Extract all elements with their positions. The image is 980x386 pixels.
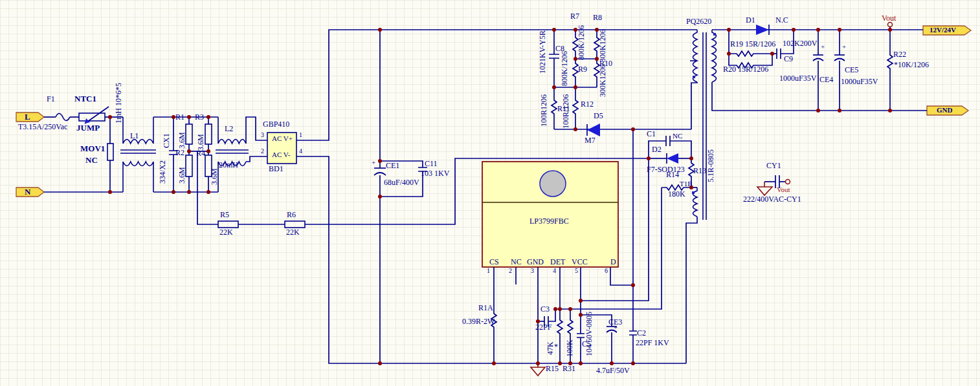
f1-ref: F1 bbox=[47, 95, 55, 103]
cx1-value: 334/X2 bbox=[159, 160, 167, 184]
cap-c5[interactable] bbox=[577, 334, 585, 338]
port-neutral-label: N bbox=[25, 188, 30, 197]
bd1-pin2: 2 bbox=[261, 148, 264, 155]
r8-value: 300K1206 bbox=[599, 29, 607, 62]
d1-ref: D1 bbox=[746, 16, 755, 25]
vout-terminal-top[interactable] bbox=[888, 23, 893, 27]
ground-symbol-cy1 bbox=[757, 182, 772, 195]
cap-ce4[interactable] bbox=[813, 55, 823, 61]
resistor-r12[interactable] bbox=[573, 87, 578, 129]
fuse-f1[interactable] bbox=[56, 114, 70, 121]
ce1-ref: CE1 bbox=[386, 162, 399, 170]
r31-ref: R31 bbox=[562, 365, 575, 373]
ce5-plus: + bbox=[842, 43, 846, 51]
port-output-label: 12V/24V bbox=[930, 27, 956, 34]
bd1-pin4: 4 bbox=[299, 148, 302, 155]
cy1-value: 222/400VAC-CY1 bbox=[743, 195, 801, 204]
bd1-ref: BD1 bbox=[269, 165, 284, 173]
cap-c9[interactable] bbox=[777, 48, 781, 59]
r10-value: 300K1206 bbox=[599, 64, 607, 97]
ic-pin-det: DET bbox=[550, 258, 565, 266]
r4-value: 3.6M bbox=[210, 168, 219, 185]
vout-top-label: Vout bbox=[882, 14, 896, 23]
choke-l2[interactable] bbox=[216, 117, 267, 192]
cap-c1[interactable] bbox=[666, 136, 670, 146]
bd1-ac-minus: AC V- bbox=[272, 151, 290, 159]
ce3-value: 4.7uF/50V bbox=[596, 367, 630, 375]
ce4-plus: + bbox=[821, 43, 825, 51]
resistor-r9[interactable] bbox=[573, 59, 578, 87]
resistor-r22[interactable] bbox=[887, 30, 893, 111]
ce5-ref: CE5 bbox=[845, 66, 858, 74]
port-gnd-label: GND bbox=[937, 107, 952, 114]
varistor-mov1[interactable] bbox=[107, 117, 113, 192]
diode-d1[interactable] bbox=[756, 25, 769, 35]
resistor-r3[interactable] bbox=[205, 117, 212, 151]
l1-ref: L1 bbox=[130, 132, 139, 140]
resistor-r2[interactable] bbox=[186, 151, 192, 192]
ic-pin-2-num: 2 bbox=[509, 268, 512, 275]
r12-value: 100R/1206 bbox=[562, 94, 570, 129]
ic-lp3799fbc[interactable] bbox=[482, 162, 618, 267]
ic-pin-3-num: 3 bbox=[531, 268, 534, 275]
ic-pin-6-num: 6 bbox=[605, 268, 608, 275]
resistor-r11[interactable] bbox=[551, 87, 557, 129]
r31-value: 100K bbox=[566, 339, 574, 357]
r8-ref: R8 bbox=[593, 14, 602, 22]
c9-ref: C9 bbox=[784, 55, 793, 63]
ce1-value: 68uF/400V bbox=[384, 178, 419, 187]
d5-ref: D5 bbox=[594, 112, 603, 120]
l1-value: 1mH 10*6*5 bbox=[115, 83, 123, 123]
cx1-ref: CX1 bbox=[162, 133, 171, 148]
resistor-r1[interactable] bbox=[186, 117, 192, 151]
bd1-pin3: 3 bbox=[261, 132, 264, 139]
r22-value: *10K/1206 bbox=[894, 61, 929, 69]
bd1-pin1: 1 bbox=[299, 132, 302, 139]
choke-l1[interactable] bbox=[120, 117, 156, 192]
c1-value: NC bbox=[673, 133, 682, 140]
resistor-r5[interactable] bbox=[218, 221, 238, 228]
ic-pin-5-num: 5 bbox=[575, 268, 578, 275]
c11-ref: C11 bbox=[425, 160, 438, 168]
schematic-canvas: L N 12V/24V GND F1 T3.15A/250Vac NTC1 JU… bbox=[0, 0, 980, 386]
ic-pin-cs: CS bbox=[489, 258, 499, 266]
resistor-r1a[interactable] bbox=[491, 267, 496, 363]
c11-value: 103 1KV bbox=[421, 169, 449, 178]
c5-value: 104/50V-0805 bbox=[585, 312, 594, 356]
r5-value: 22K bbox=[219, 228, 233, 237]
diode-d2[interactable] bbox=[667, 153, 678, 164]
r2-value: 3.6M bbox=[178, 167, 186, 184]
r5-ref: R5 bbox=[220, 211, 229, 219]
thermistor-ntc1[interactable] bbox=[79, 107, 109, 123]
r14-ref: R14 bbox=[666, 171, 679, 179]
r9-value: 800K/1206 bbox=[561, 51, 569, 86]
r9-ref: R9 bbox=[578, 65, 587, 74]
l2-value: 20mH bbox=[219, 161, 238, 169]
r22-ref: R22 bbox=[893, 50, 906, 59]
cap-c2[interactable] bbox=[629, 331, 637, 335]
bd1-ac-plus: AC V+ bbox=[272, 135, 293, 143]
cap-ce1[interactable] bbox=[374, 168, 386, 175]
d1-value: N.C bbox=[775, 16, 788, 25]
ic-pin-1-num: 1 bbox=[487, 268, 490, 275]
c8-value: 1021KV-Y5R bbox=[539, 30, 547, 74]
resistor-r19[interactable] bbox=[729, 51, 772, 56]
c9-value: 102K200V bbox=[783, 39, 817, 48]
cap-c8[interactable] bbox=[549, 54, 559, 58]
r7-value: 800K/1206 bbox=[577, 25, 586, 60]
c3-ref: C3 bbox=[540, 305, 550, 314]
ic-pin-gnd: GND bbox=[527, 258, 544, 266]
diode-d5[interactable] bbox=[587, 123, 600, 136]
resistor-r15[interactable] bbox=[557, 309, 562, 363]
ntc1-value: JUMP bbox=[76, 123, 100, 133]
cy1-vout-label: Vout bbox=[777, 186, 790, 194]
resistor-r6[interactable] bbox=[285, 221, 305, 228]
vout-terminal-cy1[interactable] bbox=[786, 180, 790, 184]
cap-ce5[interactable] bbox=[834, 55, 845, 61]
ic-pin-4-num: 4 bbox=[553, 268, 556, 275]
ce4-value: 1000uF35V bbox=[779, 74, 816, 83]
ic-name: LP3799FBC bbox=[529, 217, 569, 226]
r31-star: * bbox=[554, 343, 558, 351]
r7-ref: R7 bbox=[570, 12, 579, 21]
r13-ref: R13 bbox=[693, 167, 706, 175]
